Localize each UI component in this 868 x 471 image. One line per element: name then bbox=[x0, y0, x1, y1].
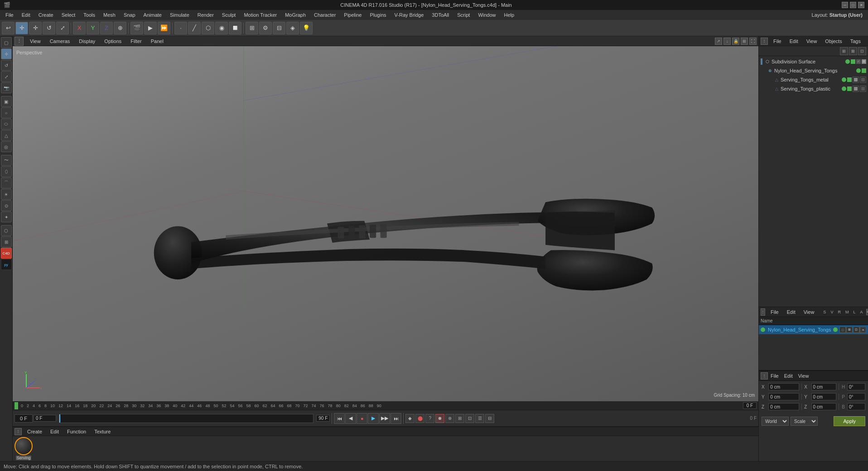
tool-camera2[interactable]: ⊙ bbox=[1, 200, 12, 211]
om-row-subdivision[interactable]: ⬡ Subdivision Surface ✓ ⊞ bbox=[760, 57, 867, 66]
tool-spline[interactable]: 〜 bbox=[1, 155, 12, 166]
metal-tag2[interactable] bbox=[860, 77, 866, 83]
vp-menu-panel[interactable]: Panel bbox=[148, 38, 166, 45]
snap-enable[interactable]: ⊞ bbox=[246, 22, 258, 34]
menu-snap[interactable]: Snap bbox=[120, 11, 139, 19]
subdiv-visible-dot[interactable] bbox=[845, 59, 850, 64]
metal-render[interactable] bbox=[847, 77, 852, 82]
menu-plugins[interactable]: Plugins bbox=[366, 11, 390, 19]
mm-menu-view[interactable]: View bbox=[801, 308, 817, 316]
move-button[interactable]: ✛ bbox=[29, 22, 42, 34]
menu-render[interactable]: Render bbox=[194, 11, 217, 19]
mm-ctrl-2[interactable]: ⊠ bbox=[846, 327, 853, 333]
autokey-button[interactable]: ⏺ bbox=[435, 414, 444, 423]
tool-cylinder[interactable]: ⬭ bbox=[1, 119, 12, 130]
menu-animate[interactable]: Animate bbox=[140, 11, 165, 19]
plastic-tag2[interactable] bbox=[860, 86, 866, 92]
menu-vray[interactable]: V-Ray Bridge bbox=[391, 11, 428, 19]
xaxis-btn[interactable]: X bbox=[73, 22, 86, 34]
tool-sphere[interactable]: ○ bbox=[1, 107, 12, 118]
tool-light[interactable]: ☀ bbox=[1, 189, 12, 200]
tool-texture[interactable]: ⊞ bbox=[1, 236, 12, 247]
tool-material[interactable]: ⬡ bbox=[1, 225, 12, 236]
coord-menu-view[interactable]: View bbox=[796, 372, 812, 380]
tool-rotate[interactable]: ↺ bbox=[1, 60, 12, 71]
menu-create[interactable]: Create bbox=[35, 11, 57, 19]
plastic-render[interactable] bbox=[847, 87, 852, 91]
tool-script2[interactable]: py bbox=[1, 259, 12, 270]
vp-down[interactable]: ↓ bbox=[723, 38, 731, 45]
om-row-plastic[interactable]: △ Serving_Tongs_plastic bbox=[760, 84, 867, 93]
motion-record[interactable]: ⊕ bbox=[445, 414, 454, 423]
mm-ctrl-3[interactable]: ⊡ bbox=[853, 327, 859, 333]
menu-character[interactable]: Character bbox=[310, 11, 339, 19]
vp-menu-options[interactable]: Options bbox=[101, 38, 124, 45]
om-handle[interactable]: ⋮ bbox=[761, 38, 768, 45]
om-tool-2[interactable]: ⊠ bbox=[849, 47, 857, 55]
mm-row-ctrl1[interactable] bbox=[833, 327, 838, 332]
timeline-scrubber[interactable] bbox=[59, 414, 313, 423]
poly-mode[interactable]: ⬡ bbox=[202, 22, 214, 34]
menu-simulate[interactable]: Simulate bbox=[166, 11, 193, 19]
coord-handle[interactable]: ⋮ bbox=[761, 372, 768, 380]
mm-menu-file[interactable]: File bbox=[768, 308, 781, 316]
nylon-render[interactable] bbox=[862, 68, 866, 73]
coord-p[interactable] bbox=[847, 393, 865, 400]
tool-cone[interactable]: △ bbox=[1, 130, 12, 141]
close-button[interactable]: ✕ bbox=[858, 2, 864, 8]
select-button[interactable]: ✛ bbox=[15, 22, 28, 34]
goto-start-button[interactable]: ⏮ bbox=[334, 413, 345, 424]
vp-lock[interactable]: 🔒 bbox=[732, 38, 739, 45]
frame-input[interactable] bbox=[36, 416, 54, 421]
coord-z-size[interactable] bbox=[811, 403, 836, 410]
edge-mode[interactable]: ╱ bbox=[188, 22, 201, 34]
menu-motiontracker[interactable]: Motion Tracker bbox=[240, 11, 280, 19]
subdiv-more[interactable]: ⊞ bbox=[862, 59, 866, 64]
world-btn[interactable]: ⊕ bbox=[114, 22, 126, 34]
mat-menu-create[interactable]: Create bbox=[24, 428, 45, 435]
mm-selected-row[interactable]: Nylon_Head_Serving_Tongs □ ⊠ ⊡ ≡ bbox=[759, 325, 868, 334]
om-row-metal[interactable]: △ Serving_Tongs_metal bbox=[760, 75, 867, 84]
render-region[interactable]: 🎬 bbox=[130, 22, 143, 34]
mm-more-btn[interactable]: ≡ bbox=[866, 309, 868, 315]
snap-vertex[interactable]: ◈ bbox=[286, 22, 299, 34]
tool-scale[interactable]: ⤢ bbox=[1, 71, 12, 82]
mat-menu-function[interactable]: Function bbox=[64, 428, 89, 435]
om-menu-tags[interactable]: Tags bbox=[848, 38, 863, 45]
tool-script1[interactable]: C4D bbox=[1, 248, 12, 259]
stop-button[interactable]: ⬤ bbox=[415, 414, 424, 423]
om-row-nylon[interactable]: ⊕ Nylon_Head_Serving_Tongs bbox=[760, 66, 867, 75]
om-menu-edit[interactable]: Edit bbox=[787, 38, 801, 45]
coord-space-dropdown[interactable]: World Object bbox=[762, 417, 789, 426]
vp-handle[interactable]: ⋮ bbox=[14, 37, 24, 46]
coord-menu-file[interactable]: File bbox=[768, 372, 781, 380]
record-button[interactable]: ● bbox=[357, 413, 367, 424]
coord-y-pos[interactable] bbox=[768, 393, 799, 400]
coord-b[interactable] bbox=[847, 403, 865, 410]
tool-torus[interactable]: ◎ bbox=[1, 141, 12, 152]
undo-button[interactable]: ↩ bbox=[2, 22, 14, 34]
scale-button[interactable]: ⤢ bbox=[56, 22, 69, 34]
object-mode[interactable]: ◉ bbox=[215, 22, 228, 34]
coord-mode-dropdown[interactable]: Scale Size bbox=[791, 417, 818, 426]
tool-fx[interactable]: ✦ bbox=[1, 211, 12, 222]
goto-end-button[interactable]: ⏭ bbox=[391, 413, 401, 424]
yaxis-btn[interactable]: Y bbox=[87, 22, 99, 34]
material-serving-thumb[interactable]: Serving bbox=[14, 437, 33, 460]
timeline-list[interactable]: ☰ bbox=[475, 414, 484, 423]
vp-menu-display[interactable]: Display bbox=[76, 38, 98, 45]
vp-menu-view[interactable]: View bbox=[27, 38, 43, 45]
timeline-settings[interactable]: ⊞ bbox=[455, 414, 464, 423]
menu-edit[interactable]: Edit bbox=[18, 11, 34, 19]
point-mode[interactable]: · bbox=[174, 22, 187, 34]
menu-mesh[interactable]: Mesh bbox=[100, 11, 119, 19]
timeline-grid[interactable]: ⊟ bbox=[485, 414, 494, 423]
coord-z-pos[interactable] bbox=[768, 403, 799, 410]
vp-maximize[interactable]: ↗ bbox=[715, 38, 722, 45]
om-menu-view[interactable]: View bbox=[804, 38, 820, 45]
apply-button[interactable]: Apply bbox=[834, 416, 865, 426]
coord-menu-edit[interactable]: Edit bbox=[781, 372, 796, 380]
snap-grid[interactable]: ⊟ bbox=[273, 22, 285, 34]
rotate-button[interactable]: ↺ bbox=[43, 22, 55, 34]
vp-layout[interactable]: ⊞ bbox=[741, 38, 748, 45]
